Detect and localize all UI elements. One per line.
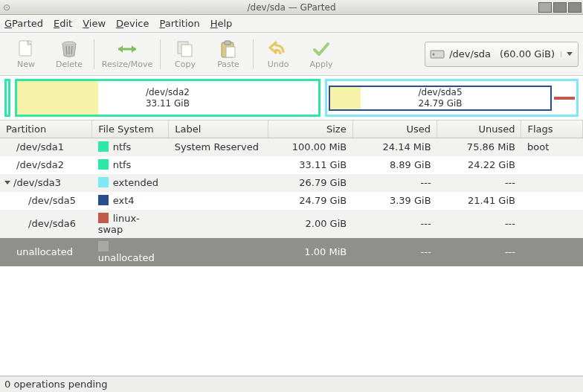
menu-partition[interactable]: Partition: [160, 18, 200, 29]
col-unused[interactable]: Unused: [437, 121, 521, 138]
partition-size: 33.11 GiB: [268, 156, 352, 174]
menu-gparted[interactable]: GParted: [4, 18, 43, 29]
table-row[interactable]: /dev/sda5ext424.79 GiB3.39 GiB21.41 GiB: [0, 192, 583, 210]
svg-rect-9: [226, 47, 235, 57]
partition-unused: ---: [437, 210, 521, 238]
partition-label: [169, 238, 268, 266]
delete-button[interactable]: Delete: [48, 35, 91, 74]
undo-icon: [268, 39, 288, 60]
maximize-button[interactable]: [553, 2, 567, 13]
disk-icon: [430, 48, 445, 60]
resize-icon: [115, 39, 139, 60]
partition-used: 3.39 GiB: [352, 192, 437, 210]
dropdown-caret-icon: [561, 51, 573, 57]
device-path: /dev/sda: [449, 48, 491, 60]
apply-label: Apply: [309, 60, 332, 69]
graph-sda5[interactable]: /dev/sda5 24.79 GiB: [329, 86, 552, 111]
svg-point-11: [433, 53, 435, 55]
svg-rect-6: [181, 45, 192, 57]
fs-color-icon: [98, 177, 109, 187]
table-header-row: Partition File System Label Size Used Un…: [0, 121, 583, 138]
svg-rect-8: [225, 41, 231, 45]
window-controls: [538, 2, 583, 13]
partition-size: 2.00 GiB: [268, 210, 352, 238]
partition-used: 24.14 MiB: [352, 138, 437, 156]
table-row[interactable]: unallocatedunallocated1.00 MiB------: [0, 238, 583, 266]
window-title: /dev/sda — GParted: [247, 2, 335, 13]
menu-help[interactable]: Help: [210, 18, 233, 29]
fs-name: unallocated: [98, 252, 155, 263]
expander-icon[interactable]: [4, 181, 10, 184]
partition-name: unallocated: [16, 246, 73, 257]
partition-used: ---: [352, 238, 437, 266]
graph-extended[interactable]: /dev/sda5 24.79 GiB: [325, 79, 579, 117]
new-button[interactable]: New: [4, 35, 48, 74]
partition-name: /dev/sda6: [28, 218, 76, 229]
col-filesystem[interactable]: File System: [92, 121, 169, 138]
menu-view[interactable]: View: [83, 18, 106, 29]
partition-table: Partition File System Label Size Used Un…: [0, 121, 583, 376]
table-row[interactable]: /dev/sda6linux-swap2.00 GiB------: [0, 210, 583, 238]
fs-name: extended: [113, 177, 158, 188]
partition-flags: [521, 238, 583, 266]
graph-sda2[interactable]: /dev/sda2 33.11 GiB: [15, 79, 321, 117]
window-titlebar: ⊙ /dev/sda — GParted: [0, 0, 583, 15]
partition-flags: boot: [521, 138, 583, 156]
toolbar-separator: [253, 39, 254, 69]
col-size[interactable]: Size: [268, 121, 352, 138]
status-bar: 0 operations pending: [0, 376, 583, 392]
partition-flags: [521, 210, 583, 238]
new-icon: [16, 39, 36, 60]
paste-label: Paste: [217, 60, 239, 69]
fs-color-icon: [98, 241, 109, 251]
partition-size: 100.00 MiB: [268, 138, 352, 156]
toolbar-separator: [160, 39, 161, 69]
partition-flags: [521, 192, 583, 210]
partition-label: [169, 156, 268, 174]
apply-icon: [312, 39, 331, 60]
toolbar: New Delete Resize/Move Copy Paste Undo: [0, 33, 583, 76]
partition-size: 1.00 MiB: [268, 238, 352, 266]
fs-name: ntfs: [113, 159, 132, 170]
partition-unused: 24.22 GiB: [437, 156, 521, 174]
col-used[interactable]: Used: [352, 121, 437, 138]
close-button[interactable]: [568, 2, 582, 13]
device-size: (60.00 GiB): [500, 48, 555, 60]
partition-unused: 75.86 MiB: [437, 138, 521, 156]
graph-sda2-size: 33.11 GiB: [17, 98, 318, 109]
fs-color-icon: [98, 141, 109, 152]
partition-label: [169, 192, 268, 210]
graph-sda5-label: /dev/sda5: [330, 87, 550, 98]
col-flags[interactable]: Flags: [521, 121, 583, 138]
col-partition[interactable]: Partition: [0, 121, 92, 138]
menu-edit[interactable]: Edit: [54, 18, 72, 29]
device-selector[interactable]: /dev/sda (60.00 GiB): [425, 42, 579, 67]
fs-color-icon: [98, 213, 109, 223]
apply-button[interactable]: Apply: [300, 35, 343, 74]
partition-name: /dev/sda2: [16, 159, 64, 170]
fs-name: ntfs: [113, 141, 132, 152]
resize-button[interactable]: Resize/Move: [97, 35, 157, 74]
graph-sda2-label: /dev/sda2: [17, 87, 318, 98]
minimize-button[interactable]: [538, 2, 552, 13]
partition-name: /dev/sda3: [13, 177, 61, 188]
menu-device[interactable]: Device: [116, 18, 149, 29]
paste-button[interactable]: Paste: [207, 35, 250, 74]
table-row[interactable]: /dev/sda1ntfsSystem Reserved100.00 MiB24…: [0, 138, 583, 156]
partition-flags: [521, 156, 583, 174]
graph-sda1[interactable]: [4, 79, 10, 117]
table-row[interactable]: /dev/sda2ntfs33.11 GiB8.89 GiB24.22 GiB: [0, 156, 583, 174]
partition-graph: /dev/sda2 33.11 GiB /dev/sda5 24.79 GiB: [0, 76, 583, 121]
toolbar-separator: [94, 39, 94, 69]
partition-label: [169, 174, 268, 192]
graph-sda5-size: 24.79 GiB: [330, 98, 550, 109]
table-row[interactable]: /dev/sda3extended26.79 GiB------: [0, 174, 583, 192]
col-label[interactable]: Label: [169, 121, 268, 138]
partition-flags: [521, 174, 583, 192]
fs-color-icon: [98, 195, 109, 205]
partition-size: 24.79 GiB: [268, 192, 352, 210]
undo-button[interactable]: Undo: [257, 35, 300, 74]
delete-icon: [59, 39, 79, 60]
graph-sda6[interactable]: [554, 97, 575, 100]
copy-button[interactable]: Copy: [164, 35, 207, 74]
